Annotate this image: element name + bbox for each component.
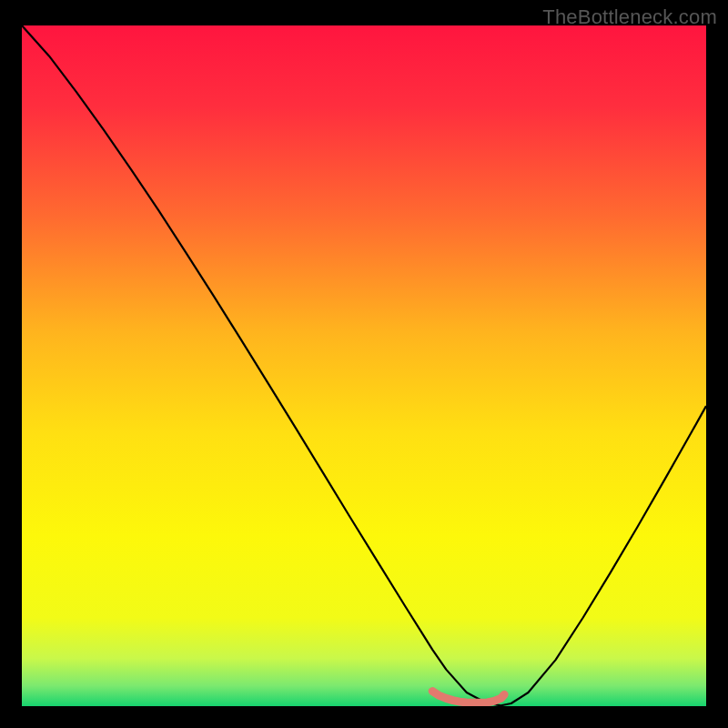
plot-svg [22,25,706,706]
chart-container: TheBottleneck.com [0,0,728,728]
gradient-background [22,25,706,706]
plot-frame [22,25,706,706]
